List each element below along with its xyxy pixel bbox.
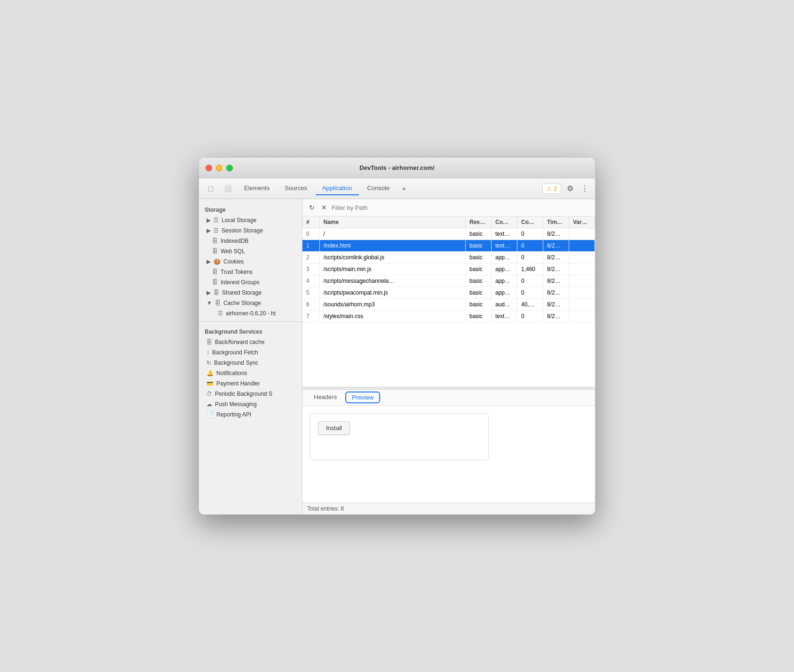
sidebar-item-label: Background Sync (214, 360, 258, 366)
sidebar-item-label: Cookies (223, 258, 244, 265)
sidebar-item-label: Reporting API (216, 411, 251, 418)
sidebar-item-back-forward[interactable]: 🗄 Back/forward cache (199, 337, 302, 347)
sidebar-item-local-storage[interactable]: ▶ ☰ Local Storage (199, 215, 302, 225)
table-row[interactable]: 3/scripts/main.min.jsbasicapp…1,4608/2… (302, 264, 595, 275)
arrow-icon: ▶ (206, 289, 211, 296)
preview-content: Install (302, 406, 595, 503)
sidebar-item-label: Cache Storage (223, 300, 261, 306)
sidebar-item-session-storage[interactable]: ▶ ☰ Session Storage (199, 225, 302, 236)
titlebar: DevTools - airhorner.com/ (199, 158, 595, 178)
tab-console[interactable]: Console (361, 182, 397, 195)
sidebar-item-label: Web SQL (221, 248, 245, 255)
col-content-type: Co… (492, 216, 517, 228)
db-icon: 🗄 (212, 238, 218, 244)
device-icon: ⬜ (224, 185, 231, 192)
install-button[interactable]: Install (318, 421, 350, 435)
sidebar-item-label: Payment Handler (216, 380, 260, 387)
background-services-label: Background Services (199, 325, 302, 337)
grid-icon: ☰ (218, 310, 223, 317)
sidebar-item-label: Notifications (216, 370, 247, 376)
warning-icon: ⚠ (547, 185, 552, 192)
table-row[interactable]: 7/styles/main.cssbasictext…08/2… (302, 311, 595, 322)
col-response: Res… (466, 216, 492, 228)
device-toggle-button[interactable]: ⬜ (220, 183, 236, 194)
sidebar-item-background-sync[interactable]: ↻ Background Sync (199, 358, 302, 368)
db-icon: 🗄 (212, 269, 218, 275)
cache-icon: 🗄 (206, 339, 212, 345)
bottom-panel: Headers Preview Install (302, 390, 595, 503)
col-name: Name (319, 216, 466, 228)
sidebar-item-label: Shared Storage (222, 289, 262, 296)
arrow-icon: ▶ (206, 217, 211, 224)
sidebar: Storage ▶ ☰ Local Storage ▶ ☰ Session St… (199, 199, 302, 514)
arrow-down-icon: ▼ (206, 300, 212, 306)
sidebar-item-push-messaging[interactable]: ☁ Push Messaging (199, 399, 302, 409)
table-row[interactable]: 5/scripts/pwacompat.min.jsbasicapp…08/2… (302, 287, 595, 299)
tab-sources[interactable]: Sources (278, 182, 314, 195)
tab-application[interactable]: Application (316, 182, 359, 195)
clock-icon: ⏱ (206, 391, 212, 397)
db-icon: ☰ (214, 217, 219, 224)
inspect-element-button[interactable]: ⬚ (204, 183, 218, 194)
clear-filter-button[interactable]: ✕ (319, 202, 329, 213)
refresh-button[interactable]: ↻ (307, 202, 317, 213)
warning-badge[interactable]: ⚠ 2 (542, 184, 561, 194)
arrow-icon: ▶ (206, 227, 211, 234)
cache-table: # Name Res… Co… Co… Tim… Var… 0/basictex… (302, 216, 595, 387)
table-row[interactable]: 4/scripts/messagechannela…basicapp…08/2… (302, 275, 595, 287)
traffic-lights (206, 165, 233, 171)
table-row[interactable]: 1/index.htmlbasictext…08/2… (302, 240, 595, 252)
col-content-length: Co… (517, 216, 543, 228)
bell-icon: 🔔 (206, 370, 214, 376)
sidebar-item-payment-handler[interactable]: 💳 Payment Handler (199, 378, 302, 389)
filter-input[interactable] (332, 204, 590, 211)
more-tabs-button[interactable]: » (398, 183, 410, 194)
tab-elements[interactable]: Elements (238, 182, 276, 195)
tab-headers[interactable]: Headers (307, 390, 343, 405)
sidebar-item-shared-storage[interactable]: ▶ 🗄 Shared Storage (199, 288, 302, 298)
tab-preview[interactable]: Preview (345, 392, 380, 403)
sidebar-item-interest-groups[interactable]: 🗄 Interest Groups (199, 277, 302, 288)
sidebar-item-reporting-api[interactable]: 📄 Reporting API (199, 409, 302, 420)
table-header-row: # Name Res… Co… Co… Tim… Var… (302, 216, 595, 228)
sidebar-item-cookies[interactable]: ▶ 🍪 Cookies (199, 256, 302, 267)
inspect-icon: ⬚ (208, 185, 214, 192)
sidebar-item-label: Local Storage (222, 217, 256, 224)
sidebar-item-web-sql[interactable]: 🗄 Web SQL (199, 246, 302, 256)
status-bar: Total entries: 8 (302, 503, 595, 514)
table-row[interactable]: 6/sounds/airhorn.mp3basicaud…40,…8/2… (302, 299, 595, 311)
sidebar-item-cache-storage[interactable]: ▼ 🗄 Cache Storage (199, 298, 302, 308)
db-icon: 🗄 (214, 289, 219, 296)
cloud-icon: ☁ (206, 401, 212, 408)
sidebar-item-periodic-background[interactable]: ⏱ Periodic Background S (199, 389, 302, 399)
col-time: Tim… (543, 216, 569, 228)
payment-icon: 💳 (206, 380, 214, 387)
sidebar-item-label: Interest Groups (221, 279, 260, 286)
table-row[interactable]: 0/basictext…08/2… (302, 228, 595, 240)
sidebar-item-label: Periodic Background S (215, 391, 272, 397)
fetch-icon: ↕ (206, 349, 209, 356)
sidebar-item-notifications[interactable]: 🔔 Notifications (199, 368, 302, 378)
entries-table: # Name Res… Co… Co… Tim… Var… 0/basictex… (302, 216, 595, 322)
sidebar-item-trust-tokens[interactable]: 🗄 Trust Tokens (199, 267, 302, 277)
cookie-icon: 🍪 (214, 258, 221, 265)
close-button[interactable] (206, 165, 212, 171)
more-options-button[interactable]: ⋮ (579, 182, 590, 195)
preview-box: Install (310, 413, 489, 460)
table-row[interactable]: 2/scripts/comlink.global.jsbasicapp…08/2… (302, 252, 595, 264)
sidebar-item-label: airhorner-0.6.20 - ht (226, 310, 276, 317)
sidebar-item-label: Back/forward cache (215, 339, 264, 345)
bottom-tabs: Headers Preview (302, 390, 595, 406)
main-content: Storage ▶ ☰ Local Storage ▶ ☰ Session St… (199, 199, 595, 514)
sidebar-item-background-fetch[interactable]: ↕ Background Fetch (199, 347, 302, 358)
arrow-icon: ▶ (206, 258, 211, 265)
settings-button[interactable]: ⚙ (565, 182, 575, 195)
sidebar-item-airhorner-cache[interactable]: ☰ airhorner-0.6.20 - ht (199, 308, 302, 319)
sidebar-item-indexeddb[interactable]: 🗄 IndexedDB (199, 236, 302, 246)
sidebar-item-label: Session Storage (222, 227, 263, 234)
storage-section-label: Storage (199, 203, 302, 215)
minimize-button[interactable] (216, 165, 222, 171)
maximize-button[interactable] (226, 165, 233, 171)
total-entries: Total entries: 8 (307, 505, 344, 512)
sidebar-item-label: IndexedDB (221, 238, 248, 244)
